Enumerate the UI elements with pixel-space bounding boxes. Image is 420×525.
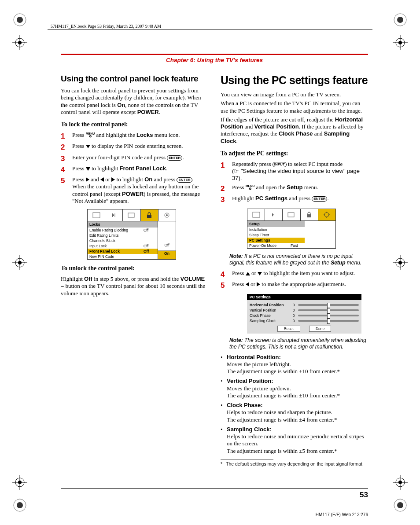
osd-title: PC Settings: [247, 294, 361, 300]
paragraph: If the edges of the picture are cut off,…: [221, 116, 368, 145]
osd-section-title: Locks: [88, 221, 158, 228]
menu-button-icon: MENU⭘: [246, 184, 255, 191]
crop-mark-icon: [12, 498, 27, 513]
enter-button-icon: ENTER: [312, 196, 327, 202]
intro-paragraph: You can lock the control panel to preven…: [61, 87, 208, 116]
svg-point-23: [398, 41, 402, 44]
tab-setup-icon: [158, 209, 176, 221]
tab-picture-icon: [247, 209, 265, 220]
svg-point-7: [18, 261, 22, 264]
arrow-right-icon: [86, 177, 89, 182]
tab-apps-icon: [123, 209, 140, 221]
osd-locks-menu: Locks Enable Rating BlockingOff Edit Rat…: [87, 209, 176, 260]
arrow-down-icon: [86, 145, 90, 148]
svg-point-27: [18, 481, 22, 484]
osd-pc-settings: PC Settings Horizontal Position0 Vertica…: [247, 294, 361, 334]
svg-rect-37: [253, 212, 260, 217]
crop-mark-icon: [393, 498, 408, 513]
menu-button-icon: MENU⭘: [86, 132, 95, 138]
osd-option-off: Off: [158, 242, 176, 251]
svg-rect-32: [93, 213, 100, 218]
chapter-rule: [61, 54, 368, 55]
svg-point-40: [324, 213, 329, 217]
slider-icon: [298, 304, 359, 306]
note-2: Note: The screen is disrupted momentaril…: [229, 337, 368, 350]
steps-adjust-1: Repeatedly press INPUT to select PC inpu…: [221, 161, 368, 204]
subheading-adjust: To adjust the PC settings:: [221, 150, 368, 157]
registration-mark-icon: [12, 35, 27, 50]
svg-point-11: [398, 261, 402, 264]
svg-rect-39: [307, 214, 311, 217]
svg-point-19: [18, 41, 22, 44]
bottom-rule: [61, 488, 368, 489]
crop-mark-icon: [393, 12, 408, 27]
svg-rect-33: [128, 213, 134, 217]
subheading-to-lock: To lock the control panel:: [61, 121, 208, 128]
tab-setup-icon: [318, 209, 335, 220]
footer-code: HM117 (E/F) Web 213:276: [316, 512, 368, 517]
tab-audio-icon: [105, 209, 123, 221]
arrow-down-icon: [258, 272, 262, 275]
svg-point-3: [397, 17, 403, 23]
svg-rect-38: [288, 213, 294, 217]
svg-rect-34: [147, 215, 151, 218]
arrow-right-icon: [257, 282, 260, 286]
header-rule: [48, 29, 372, 29]
svg-point-13: [17, 502, 23, 508]
registration-mark-icon: [393, 35, 408, 50]
enter-button-icon: ENTER: [167, 155, 182, 161]
arrow-left-icon: [100, 177, 104, 182]
section-heading-pc: Using the PC settings feature: [221, 74, 368, 87]
steps-adjust-2: Press or to highlight the item you want …: [221, 270, 368, 290]
steps-lock: Press MENU⭘ and highlight the Locks menu…: [61, 132, 208, 205]
slider-icon: [298, 320, 359, 322]
osd-option-on: On: [158, 251, 176, 259]
tab-audio-icon: [265, 209, 283, 220]
tab-apps-icon: [283, 209, 300, 220]
chapter-title: Chapter 6: Using the TV's features: [61, 57, 368, 63]
enter-button-icon: ENTER: [177, 177, 192, 183]
paragraph: When a PC is connected to the TV's PC IN…: [221, 100, 368, 114]
arrow-left-icon: [246, 282, 249, 286]
done-button: Done: [309, 326, 331, 332]
osd-setup-menu: Setup Installation Sleep Timer PC Settin…: [247, 209, 336, 249]
crop-mark-icon: [12, 12, 27, 27]
page-content: Chapter 6: Using the TV's features Using…: [61, 54, 368, 499]
arrow-up-icon: [246, 272, 250, 275]
footnote-rule: [221, 459, 273, 459]
manual-page: 57HM117_EN.book Page 53 Friday, March 23…: [0, 0, 420, 525]
tab-locks-icon: [301, 209, 318, 220]
input-button-icon: INPUT: [273, 162, 287, 167]
left-column: Using the control panel lock feature You…: [61, 74, 208, 466]
crop-mark-icon: [12, 255, 27, 270]
svg-point-31: [398, 481, 402, 484]
unlock-paragraph: Highlight Off in step 5 above, or press …: [61, 275, 208, 297]
crop-mark-icon: [393, 255, 408, 270]
section-heading-lock: Using the control panel lock feature: [61, 74, 208, 84]
arrow-down-icon: [86, 167, 90, 171]
svg-point-15: [397, 502, 403, 508]
page-number: 53: [360, 491, 368, 499]
slider-icon: [298, 309, 359, 311]
note-1: Note: If a PC is not connected or there …: [229, 253, 368, 266]
slider-icon: [298, 315, 359, 316]
right-column: Using the PC settings feature You can vi…: [221, 74, 368, 466]
tab-picture-icon: [88, 209, 105, 221]
adjustment-descriptions: Horizontal Position:Moves the picture le…: [221, 354, 368, 455]
osd-section-title: Setup: [247, 221, 305, 227]
registration-mark-icon: [12, 475, 27, 490]
svg-point-1: [17, 17, 23, 23]
footnote: *The default settings may vary depending…: [221, 461, 368, 466]
registration-mark-icon: [393, 475, 408, 490]
tab-locks-icon: [141, 209, 158, 221]
header-metadata: 57HM117_EN.book Page 53 Friday, March 23…: [51, 24, 161, 29]
svg-point-36: [166, 214, 168, 216]
subheading-to-unlock: To unlock the control panel:: [61, 265, 208, 272]
reset-button: Reset: [277, 326, 300, 332]
paragraph: You can view an image from a PC on the T…: [221, 91, 368, 98]
